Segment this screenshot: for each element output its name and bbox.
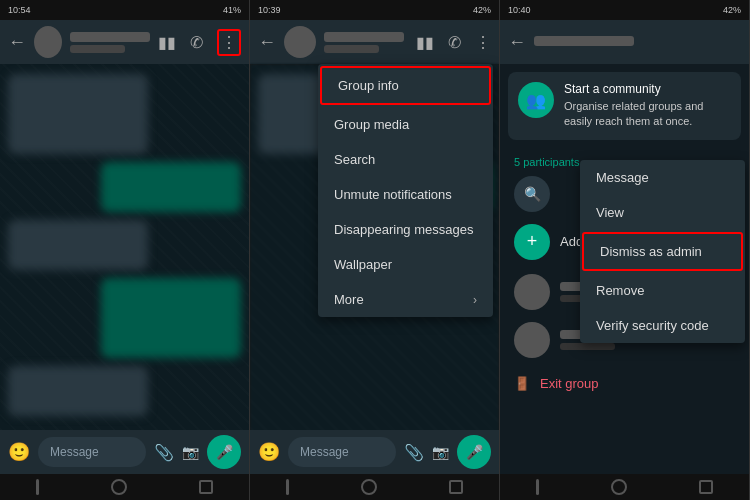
mic-button-2[interactable]: 🎤 (457, 435, 491, 469)
menu-item-group-media[interactable]: Group media (318, 107, 493, 142)
message-row-1 (8, 74, 241, 154)
nav-back-3 (536, 479, 539, 495)
status-time-1: 10:54 (8, 5, 31, 15)
attach-icon-2[interactable]: 📎 (404, 443, 424, 462)
camera-icon-1[interactable]: 📷 (182, 444, 199, 460)
nav-home-1 (111, 479, 127, 495)
ctx-menu-remove[interactable]: Remove (580, 273, 745, 308)
message-row-4 (8, 278, 241, 358)
exit-icon: 🚪 (514, 376, 530, 391)
ctx-menu-view-label: View (596, 205, 624, 220)
add-participants-icon: + (514, 224, 550, 260)
message-input-placeholder-1: Message (50, 445, 99, 459)
community-icon: 👥 (518, 82, 554, 118)
group-info-header: ← (500, 20, 749, 64)
message-bubble-3 (8, 220, 148, 270)
chevron-right-icon: › (473, 293, 477, 307)
nav-recents-2 (449, 480, 463, 494)
voice-call-icon[interactable]: ✆ (190, 33, 203, 52)
status-battery-3: 42% (723, 5, 741, 15)
community-description: Organise related groups and easily reach… (564, 99, 731, 130)
ctx-menu-remove-label: Remove (596, 283, 644, 298)
menu-item-wallpaper[interactable]: Wallpaper (318, 247, 493, 282)
status-bar-1: 10:54 41% (0, 0, 249, 20)
menu-item-unmute-label: Unmute notifications (334, 187, 452, 202)
participant-avatar-1 (514, 274, 550, 310)
message-bubble-4 (101, 278, 241, 358)
group-info-title-bar (534, 36, 634, 46)
status-bar-2: 10:39 42% (250, 0, 499, 20)
bottom-bar-2: 🙂 Message 📎 📷 🎤 (250, 430, 499, 474)
message-input-1[interactable]: Message (38, 437, 146, 467)
menu-item-group-media-label: Group media (334, 117, 409, 132)
panel-1: 10:54 41% ← ▮▮ ✆ ⋮ (0, 0, 250, 500)
emoji-icon-1[interactable]: 🙂 (8, 441, 30, 463)
participant-avatar-2 (514, 322, 550, 358)
more-options-icon-2[interactable]: ⋮ (475, 33, 491, 52)
exit-group-row[interactable]: 🚪 Exit group (500, 364, 749, 403)
chat-area-1 (0, 64, 249, 430)
ctx-menu-verify-label: Verify security code (596, 318, 709, 333)
top-bar-2: ← ▮▮ ✆ ⋮ (250, 20, 499, 64)
ctx-menu-message[interactable]: Message (580, 160, 745, 195)
community-banner[interactable]: 👥 Start a community Organise related gro… (508, 72, 741, 140)
message-input-placeholder-2: Message (300, 445, 349, 459)
menu-item-search-label: Search (334, 152, 375, 167)
chat-name-2 (324, 32, 404, 42)
message-row-5 (8, 366, 241, 416)
nav-back-2 (286, 479, 289, 495)
avatar-2 (284, 26, 316, 58)
top-bar-icons-2: ▮▮ ✆ ⋮ (416, 33, 491, 52)
attach-icon-1[interactable]: 📎 (154, 443, 174, 462)
menu-item-unmute[interactable]: Unmute notifications (318, 177, 493, 212)
search-participants-icon[interactable]: 🔍 (514, 176, 550, 212)
panel-2: 10:39 42% ← ▮▮ ✆ ⋮ Group info Group med (250, 0, 500, 500)
mic-button-1[interactable]: 🎤 (207, 435, 241, 469)
chat-sub-2 (324, 45, 379, 53)
nav-recents-3 (699, 480, 713, 494)
nav-bar-1 (0, 474, 249, 500)
dropdown-menu: Group info Group media Search Unmute not… (318, 64, 493, 317)
context-menu: Message View Dismiss as admin Remove Ver… (580, 160, 745, 343)
status-bar-3: 10:40 42% (500, 0, 749, 20)
menu-item-group-info[interactable]: Group info (320, 66, 491, 105)
more-options-icon[interactable]: ⋮ (217, 29, 241, 56)
camera-icon-2[interactable]: 📷 (432, 444, 449, 460)
ctx-menu-view[interactable]: View (580, 195, 745, 230)
chat-title-1 (70, 32, 150, 53)
menu-item-search[interactable]: Search (318, 142, 493, 177)
ctx-menu-message-label: Message (596, 170, 649, 185)
menu-item-group-info-label: Group info (338, 78, 399, 93)
message-bubble-1 (8, 74, 148, 154)
ctx-menu-dismiss-admin-label: Dismiss as admin (600, 244, 702, 259)
menu-item-disappearing[interactable]: Disappearing messages (318, 212, 493, 247)
status-battery-2: 42% (473, 5, 491, 15)
panel-3: 10:40 42% ← 👥 Start a community Organise… (500, 0, 750, 500)
avatar-1 (34, 26, 62, 58)
voice-call-icon-2[interactable]: ✆ (448, 33, 461, 52)
video-call-icon-2[interactable]: ▮▮ (416, 33, 434, 52)
message-input-2[interactable]: Message (288, 437, 396, 467)
video-call-icon[interactable]: ▮▮ (158, 33, 176, 52)
exit-group-label: Exit group (540, 376, 599, 391)
nav-recents-1 (199, 480, 213, 494)
bottom-bar-1: 🙂 Message 📎 📷 🎤 (0, 430, 249, 474)
menu-item-more-label: More (334, 292, 364, 307)
menu-item-wallpaper-label: Wallpaper (334, 257, 392, 272)
message-row-2 (8, 162, 241, 212)
emoji-icon-2[interactable]: 🙂 (258, 441, 280, 463)
back-button-3[interactable]: ← (508, 32, 526, 53)
back-button-1[interactable]: ← (8, 32, 26, 53)
message-row-3 (8, 220, 241, 270)
community-text-block: Start a community Organise related group… (564, 82, 731, 130)
chat-sub-1 (70, 45, 125, 53)
back-button-2[interactable]: ← (258, 32, 276, 53)
menu-item-more[interactable]: More › (318, 282, 493, 317)
nav-home-3 (611, 479, 627, 495)
nav-bar-3 (500, 474, 749, 500)
top-bar-1: ← ▮▮ ✆ ⋮ (0, 20, 249, 64)
ctx-menu-dismiss-admin[interactable]: Dismiss as admin (582, 232, 743, 271)
menu-item-disappearing-label: Disappearing messages (334, 222, 473, 237)
nav-home-2 (361, 479, 377, 495)
ctx-menu-verify[interactable]: Verify security code (580, 308, 745, 343)
